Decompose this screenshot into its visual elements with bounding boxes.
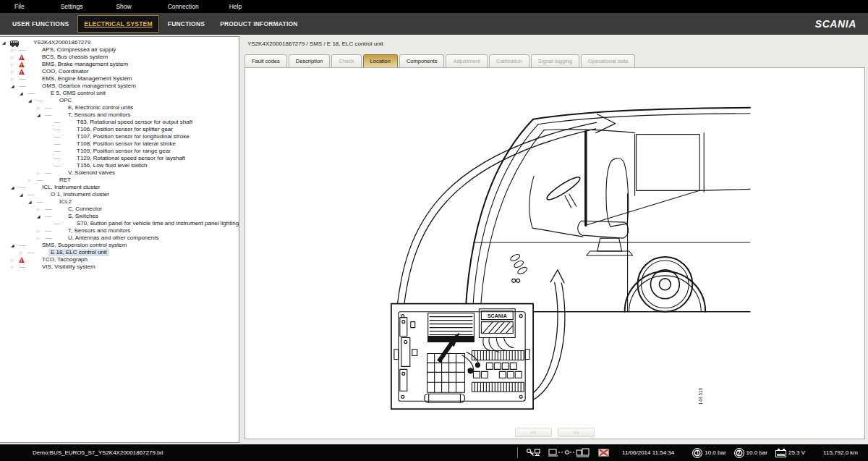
- collapsed-expander-icon[interactable]: ▷: [37, 169, 45, 177]
- tree-item-opc[interactable]: ◢-----OPC: [0, 97, 239, 104]
- tree-item-label[interactable]: T109, Position sensor for range gear: [75, 148, 173, 155]
- expanded-expander-icon[interactable]: ◢: [28, 198, 36, 206]
- tree-item-vis[interactable]: ▷-----VIS, Visibility system: [0, 263, 239, 271]
- tree-item-label[interactable]: YS2K4X20001867279: [31, 39, 93, 46]
- system-tree-panel[interactable]: ◢YS2K4X20001867279▷-----APS, Compressed …: [0, 36, 239, 443]
- tree-item-c[interactable]: ▷-----C, Connector: [0, 206, 239, 213]
- tree-item-t129[interactable]: -----T129, Rotational speed sensor for l…: [0, 155, 239, 162]
- collapsed-expander-icon[interactable]: ▷: [11, 46, 19, 54]
- tree-item-t156[interactable]: -----T156, Low fluid level switch: [0, 162, 239, 169]
- expanded-expander-icon[interactable]: ◢: [11, 83, 19, 90]
- expanded-expander-icon[interactable]: ◢: [20, 191, 27, 198]
- tree-item-label[interactable]: ICL, Instrument cluster: [40, 184, 102, 191]
- tree-item-v[interactable]: ▷-----V, Solenoid valves: [0, 169, 239, 177]
- tree-item-icl2[interactable]: ◢-----ICL2: [0, 198, 239, 206]
- tree-item-coo[interactable]: ▷COO, Coordinator: [0, 68, 239, 75]
- tree-item-icl[interactable]: ◢-----ICL, Instrument cluster: [0, 184, 239, 191]
- tree-item-t109[interactable]: -----T109, Position sensor for range gea…: [0, 148, 239, 155]
- tree-item-t108[interactable]: -----T108, Position sensor for lateral s…: [0, 140, 239, 148]
- tree-item-label[interactable]: V, Solenoid valves: [66, 169, 117, 177]
- tree-item-aps[interactable]: ▷-----APS, Compressed air supply: [0, 46, 239, 54]
- tree-item-label[interactable]: ICL2: [57, 198, 74, 206]
- tab-fault-codes[interactable]: Fault codes: [244, 54, 287, 67]
- tree-item-ret[interactable]: ▷-----RET: [0, 177, 239, 184]
- tree-item-label[interactable]: T107, Position sensor for longitudinal s…: [75, 133, 192, 140]
- collapsed-expander-icon[interactable]: ▷: [11, 68, 19, 75]
- expanded-expander-icon[interactable]: ◢: [20, 90, 27, 97]
- collapsed-expander-icon[interactable]: ▷: [37, 234, 45, 242]
- tree-item-sms[interactable]: ◢-----SMS, Suspension control system: [0, 242, 239, 249]
- tree-item-label[interactable]: E 18, ELC control unit: [48, 249, 109, 256]
- tab-description[interactable]: Description: [289, 54, 331, 67]
- tree-item-label[interactable]: SMS, Suspension control system: [40, 242, 129, 249]
- tree-item-t83[interactable]: -----T83, Rotational speed sensor for ou…: [0, 119, 239, 126]
- tree-item-t[interactable]: ◢-----T, Sensors and monitors: [0, 111, 239, 119]
- expanded-expander-icon[interactable]: ◢: [11, 242, 19, 249]
- tree-item-label[interactable]: OPC: [57, 97, 74, 104]
- tree-item-label[interactable]: APS, Compressed air supply: [40, 46, 118, 54]
- tree-item-label[interactable]: C, Connector: [66, 206, 104, 213]
- collapsed-expander-icon[interactable]: ▷: [11, 263, 19, 271]
- tree-item-label[interactable]: T129, Rotational speed sensor for laysha…: [75, 155, 187, 162]
- tree-item-label[interactable]: S70, Button panel for vehicle time and i…: [75, 220, 239, 227]
- tree-item-bms[interactable]: ▷BMS, Brake management system: [0, 61, 239, 68]
- tree-item-label[interactable]: O 1, Instrument cluster: [48, 191, 111, 198]
- tab-signal-logging[interactable]: Signal logging: [531, 54, 579, 67]
- menu-connection[interactable]: Connection: [168, 3, 199, 10]
- collapsed-expander-icon[interactable]: ▷: [11, 54, 19, 61]
- nav-tab-user-functions[interactable]: USER FUNCTIONS: [6, 15, 75, 33]
- collapsed-expander-icon[interactable]: ▷: [11, 256, 19, 263]
- expanded-expander-icon[interactable]: ◢: [37, 213, 45, 220]
- tree-item-t107[interactable]: -----T107, Position sensor for longitudi…: [0, 133, 239, 140]
- tree-item-ems[interactable]: ▷-----EMS, Engine Management System: [0, 75, 239, 83]
- menu-file[interactable]: File: [14, 3, 25, 10]
- tree-item-gms[interactable]: ◢-----GMS, Gearbox management system: [0, 83, 239, 90]
- tree-item-e[interactable]: ▷-----E, Electronic control units: [0, 104, 239, 111]
- tree-item-t[interactable]: ▷-----T, Sensors and monitors: [0, 227, 239, 234]
- tab-calibration[interactable]: Calibration: [489, 54, 529, 67]
- tab-check[interactable]: Check: [331, 54, 361, 67]
- tree-item-label[interactable]: T108, Position sensor for lateral stroke: [75, 140, 178, 148]
- tree-item-label[interactable]: S, Switches: [66, 213, 101, 220]
- tree-item-label[interactable]: U, Antennas and other components: [66, 234, 161, 242]
- tree-item-label[interactable]: BMS, Brake management system: [40, 61, 130, 68]
- nav-tab-product-information[interactable]: PRODUCT INFORMATION: [213, 15, 305, 33]
- menu-settings[interactable]: Settings: [61, 3, 83, 10]
- collapsed-expander-icon[interactable]: ▷: [28, 177, 36, 184]
- tree-item-label[interactable]: T83, Rotational speed sensor for output …: [75, 119, 195, 126]
- tree-item-tco[interactable]: ▷TCO, Tachograph: [0, 256, 239, 263]
- tab-location[interactable]: Location: [363, 54, 398, 67]
- tree-item-label[interactable]: RET: [57, 177, 73, 184]
- prev-page-button[interactable]: <<: [515, 428, 552, 437]
- tree-item-s70[interactable]: -----S70, Button panel for vehicle time …: [0, 220, 239, 227]
- expanded-expander-icon[interactable]: ◢: [37, 111, 45, 119]
- collapsed-expander-icon[interactable]: ▷: [37, 104, 45, 111]
- collapsed-expander-icon[interactable]: ▷: [37, 206, 45, 213]
- next-page-button[interactable]: >>: [558, 428, 595, 437]
- tree-item-label[interactable]: TCO, Tachograph: [40, 256, 90, 263]
- tree-item-label[interactable]: VIS, Visibility system: [40, 263, 98, 271]
- tree-item-bcs[interactable]: ▷BCS, Bus chassis system: [0, 54, 239, 61]
- tree-item-label[interactable]: GMS, Gearbox management system: [40, 83, 138, 90]
- menu-show[interactable]: Show: [116, 3, 131, 10]
- expanded-expander-icon[interactable]: ◢: [2, 39, 10, 46]
- nav-tab-electrical-system[interactable]: ELECTRICAL SYSTEM: [77, 15, 158, 33]
- tree-item-label[interactable]: T, Sensors and monitors: [66, 111, 132, 119]
- tree-item-label[interactable]: EMS, Engine Management System: [40, 75, 135, 83]
- tree-item-label[interactable]: COO, Coordinator: [40, 68, 90, 75]
- expanded-expander-icon[interactable]: ◢: [28, 97, 36, 104]
- expanded-expander-icon[interactable]: ◢: [11, 184, 19, 191]
- tree-item-label[interactable]: BCS, Bus chassis system: [40, 54, 110, 61]
- tree-item-label[interactable]: T156, Low fluid level switch: [75, 162, 149, 169]
- tree-item-label[interactable]: T106, Position sensor for splitter gear: [75, 126, 175, 133]
- menu-help[interactable]: Help: [229, 3, 242, 10]
- tree-item-ys2k4x20001867279[interactable]: ◢YS2K4X20001867279: [0, 39, 239, 46]
- tab-adjustment[interactable]: Adjustment: [446, 54, 488, 67]
- tree-item-e-5[interactable]: ◢-----E 5, GMS control unit: [0, 90, 239, 97]
- tree-item-s[interactable]: ◢-----S, Switches: [0, 213, 239, 220]
- tree-item-label[interactable]: E 5, GMS control unit: [48, 90, 108, 97]
- tree-item-e-18[interactable]: ▷-----E 18, ELC control unit: [0, 249, 239, 256]
- collapsed-expander-icon[interactable]: ▷: [37, 227, 45, 234]
- tab-operational-data[interactable]: Operational data: [581, 54, 635, 67]
- tree-item-label[interactable]: T, Sensors and monitors: [66, 227, 132, 234]
